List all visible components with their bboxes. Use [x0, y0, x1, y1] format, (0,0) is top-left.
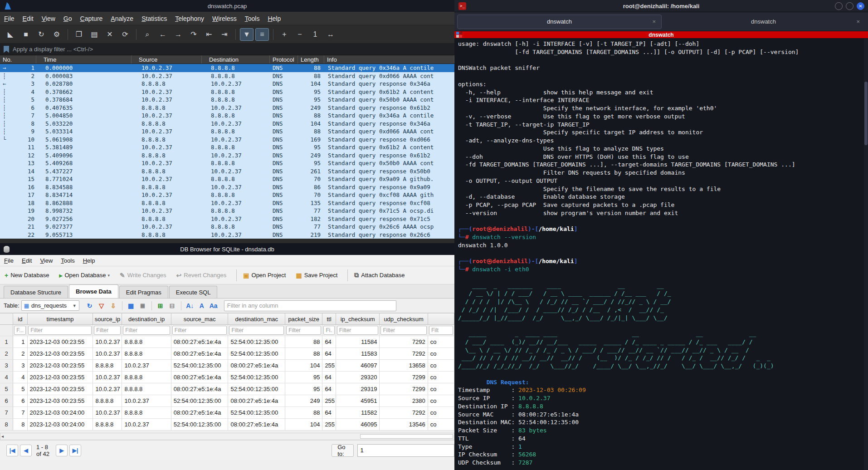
db-menu-item-view[interactable]: View [36, 257, 57, 264]
grid-cell[interactable]: co [428, 336, 454, 348]
wireshark-titlebar[interactable]: dnswatch.pcap [0, 0, 454, 12]
scrollbar-thumb[interactable] [360, 434, 453, 439]
packet-row[interactable]: ┆95.03331410.0.2.378.8.8.8DNS88Standard … [0, 127, 454, 136]
grid-cell[interactable]: 8.8.8.8 [93, 419, 122, 431]
close-file-icon[interactable]: ✕ [103, 28, 117, 41]
grid-cell[interactable]: 88 [285, 348, 322, 360]
grid-column-header-id[interactable]: id [13, 313, 27, 325]
packet-row[interactable]: →10.00000010.0.2.378.8.8.8DNS88Standard … [0, 64, 454, 72]
grid-cell[interactable]: 46095 [336, 419, 380, 431]
table-row[interactable]: 552023-12-03 00:23:5510.0.2.378.8.8.808:… [0, 383, 454, 395]
grid-cell[interactable]: 8 [13, 419, 27, 431]
grid-cell[interactable]: 255 [322, 419, 336, 431]
packet-row[interactable]: ┆40.37866210.0.2.378.8.8.8DNS95Standard … [0, 88, 454, 96]
grid-cell[interactable]: co [428, 348, 454, 360]
grid-column-header-source_mac[interactable]: source_mac [171, 313, 229, 325]
open-file-icon[interactable]: ❐ [72, 28, 86, 41]
packet-row[interactable]: 145.4372278.8.8.810.0.2.37DNS261Standard… [0, 167, 454, 176]
menu-item-edit[interactable]: Edit [19, 15, 38, 22]
go-back-icon[interactable]: ← [156, 28, 170, 41]
packet-row[interactable]: 158.77102410.0.2.378.8.8.8DNS70Standard … [0, 175, 454, 183]
column-filter-input[interactable] [429, 326, 453, 335]
tab-edit-pragmas[interactable]: Edit Pragmas [119, 286, 168, 298]
menu-item-statistics[interactable]: Statistics [137, 15, 171, 22]
grid-cell[interactable]: 08:00:27:e5:1e:4a [228, 360, 285, 372]
save-file-icon[interactable]: ▤ [88, 28, 101, 41]
grid-cell[interactable]: 52:54:00:12:35:00 [228, 383, 285, 395]
packet-row[interactable]: 125.4090968.8.8.810.0.2.37DNS249Standard… [0, 152, 454, 160]
grid-cell[interactable]: 95 [285, 372, 322, 383]
maximize-button[interactable] [846, 2, 853, 10]
tab-close-icon[interactable]: × [856, 18, 860, 25]
grid-column-header-udp_checksum[interactable]: udp_checksum [380, 313, 428, 325]
grid-cell[interactable]: co [428, 372, 454, 383]
db-menu-item-help[interactable]: Help [79, 257, 99, 264]
grid-cell[interactable]: 255 [322, 395, 336, 407]
table-row[interactable]: 662023-12-03 00:23:558.8.8.810.0.2.3752:… [0, 395, 454, 407]
grid-cell[interactable]: 52:54:00:12:35:00 [228, 336, 285, 348]
grid-cell[interactable]: 88 [285, 407, 322, 419]
terminal-output[interactable]: usage: dnswatch [-h] -i INTERFACE [-v] [… [454, 38, 868, 467]
menu-item-view[interactable]: View [38, 15, 59, 22]
db-menu-item-tools[interactable]: Tools [57, 257, 78, 264]
grid-cell[interactable]: 8.8.8.8 [93, 360, 122, 372]
packet-row[interactable]: ┆75.00485010.0.2.378.8.8.8DNS88Standard … [0, 112, 454, 120]
grid-cell[interactable]: 45951 [336, 395, 380, 407]
packet-row[interactable]: 219.02737710.0.2.378.8.8.8DNS77Standard … [0, 223, 454, 231]
encoding-icon[interactable]: Aa [208, 300, 219, 311]
go-forward-icon[interactable]: → [171, 28, 185, 41]
grid-cell[interactable]: 10.0.2.37 [93, 407, 122, 419]
filter-bookmark-icon[interactable] [4, 46, 9, 53]
grid-cell[interactable]: 46097 [336, 360, 380, 372]
grid-cell[interactable]: 08:00:27:e5:1e:4a [171, 348, 229, 360]
column-filter-input[interactable] [94, 326, 121, 335]
grid-column-header-ip_checksum[interactable]: ip_checksum [336, 313, 380, 325]
grid-cell[interactable]: 2023-12-03 00:24:00 [28, 419, 93, 431]
grid-cell[interactable]: 104 [285, 419, 322, 431]
capture-options-icon[interactable]: ⚙ [50, 28, 63, 41]
grid-cell[interactable]: 8.8.8.8 [93, 395, 122, 407]
table-row[interactable]: 332023-12-03 00:23:558.8.8.810.0.2.3752:… [0, 360, 454, 372]
column-filter-input[interactable] [380, 326, 426, 335]
column-header-protocol[interactable]: Protocol [270, 55, 298, 64]
grid-cell[interactable]: co [428, 395, 454, 407]
go-last-icon[interactable]: ⇥ [218, 28, 231, 41]
column-header-time[interactable]: Time [36, 55, 132, 64]
packet-row[interactable]: ┆85.0332208.8.8.810.0.2.37DNS104Standard… [0, 120, 454, 128]
grid-cell[interactable]: 08:00:27:e5:1e:4a [171, 383, 229, 395]
grid-cell[interactable]: 64 [322, 336, 336, 348]
dbbrowser-titlebar[interactable]: DB Browser for SQLite - dnsdata.db [0, 243, 454, 255]
column-filter-input[interactable] [123, 326, 170, 335]
zoom-in-icon[interactable]: + [278, 28, 291, 41]
bold-format-icon[interactable]: A [196, 300, 207, 311]
next-page-button[interactable]: ▶ [56, 445, 68, 456]
colorize-icon[interactable]: ≡ [255, 28, 269, 41]
menu-item-telephony[interactable]: Telephony [171, 15, 208, 22]
filter-any-column-input[interactable] [224, 300, 396, 311]
menu-item-wireless[interactable]: Wireless [208, 15, 241, 22]
grid-cell[interactable]: 2023-12-03 00:23:55 [28, 395, 93, 407]
grid-cell[interactable]: 8.8.8.8 [122, 383, 171, 395]
table-row[interactable]: 222023-12-03 00:23:5510.0.2.378.8.8.808:… [0, 348, 454, 360]
grid-column-header-destination_ip[interactable]: destination_ip [122, 313, 171, 325]
grid-cell[interactable]: 08:00:27:e5:1e:4a [171, 407, 229, 419]
grid-cell[interactable]: 10.0.2.37 [93, 383, 122, 395]
auto-scroll-icon[interactable]: ▼ [240, 28, 254, 41]
column-filter-input[interactable] [28, 326, 92, 335]
packet-row[interactable]: ┆60.4076358.8.8.810.0.2.37DNS249Standard… [0, 104, 454, 112]
table-row[interactable]: 442023-12-03 00:23:5510.0.2.378.8.8.808:… [0, 372, 454, 383]
grid-cell[interactable]: 7292 [380, 407, 428, 419]
grid-cell[interactable]: 64 [322, 383, 336, 395]
tab-execute-sql[interactable]: Execute SQL [169, 286, 218, 298]
grid-cell[interactable]: 52:54:00:12:35:00 [171, 360, 229, 372]
session-grid-icon[interactable] [456, 32, 462, 38]
grid-cell[interactable]: 3 [13, 360, 27, 372]
column-filter-input[interactable] [14, 326, 26, 335]
grid-cell[interactable]: 08:00:27:e5:1e:4a [228, 395, 285, 407]
print-icon[interactable]: ≣ [137, 300, 148, 311]
menu-item-capture[interactable]: Capture [76, 15, 107, 22]
open-database-button[interactable]: ▸Open Database▾ [59, 272, 110, 279]
refresh-icon[interactable]: ↻ [84, 300, 95, 311]
grid-cell[interactable]: 13546 [380, 419, 428, 431]
tab-database-structure[interactable]: Database Structure [4, 286, 68, 298]
